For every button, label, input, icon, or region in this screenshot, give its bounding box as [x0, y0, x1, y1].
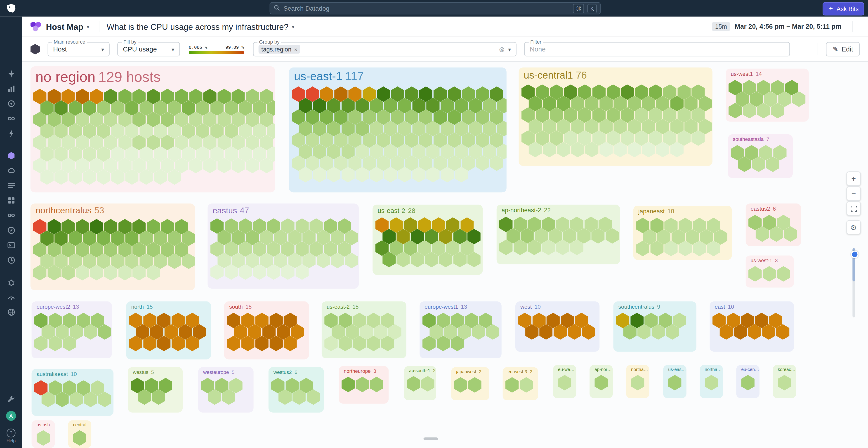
chevron-down-icon[interactable]: ▾: [292, 24, 294, 30]
host-hexagon[interactable]: [594, 375, 608, 390]
host-hexagon[interactable]: [421, 376, 434, 391]
host-hexagon[interactable]: [705, 375, 718, 390]
sidebar-item-containers[interactable]: [4, 179, 18, 194]
fit-to-screen-button[interactable]: [846, 201, 861, 216]
sidebar-item-error-tracking[interactable]: [4, 276, 18, 290]
host-group-eu-we[interactable]: eu-we…: [553, 365, 577, 398]
host-hexagon[interactable]: [763, 266, 776, 282]
host-hexagon[interactable]: [741, 375, 754, 390]
host-group-eastus[interactable]: eastus47: [208, 203, 359, 288]
sidebar-item-apm[interactable]: [4, 97, 18, 112]
sidebar-item-logs[interactable]: [4, 239, 18, 253]
main-resource-select[interactable]: Main resource Host ▾: [48, 42, 110, 57]
host-group-east[interactable]: east10: [710, 302, 794, 352]
host-group-northcentralus[interactable]: northcentralus53: [31, 203, 195, 290]
chip-remove-icon[interactable]: ×: [294, 46, 297, 52]
sidebar-item-synthetics[interactable]: [4, 306, 18, 320]
host-hexagon[interactable]: [668, 375, 682, 390]
host-group-northa-1[interactable]: northa…: [626, 365, 649, 398]
host-group-northeurope[interactable]: northeurope3: [339, 366, 389, 404]
sidebar-item-dashboards[interactable]: [4, 194, 18, 209]
group-by-input[interactable]: Group by tags.region × ⊗ ▾: [253, 42, 517, 57]
host-group-japanwest[interactable]: japanwest2: [451, 367, 489, 400]
host-hexagon[interactable]: [73, 430, 86, 446]
host-group-south[interactable]: south15: [224, 302, 309, 359]
global-search-input[interactable]: Search Datadog ⌘ K: [270, 2, 600, 14]
time-range-badge[interactable]: 15m: [712, 22, 730, 31]
zoom-slider[interactable]: [852, 248, 855, 317]
host-hexagon[interactable]: [520, 377, 533, 393]
edit-button[interactable]: ✎ Edit: [826, 42, 860, 57]
sidebar-item-events[interactable]: [4, 127, 18, 142]
host-group-europe-west1[interactable]: europe-west113: [420, 302, 501, 358]
host-hexagon[interactable]: [558, 375, 571, 390]
zoom-slider-thumb[interactable]: [850, 250, 858, 258]
host-group-ap-northeast-2[interactable]: ap-northeast-222: [497, 205, 620, 264]
host-group-northa-2[interactable]: northa…: [700, 365, 723, 398]
host-hexagon[interactable]: [407, 376, 420, 391]
host-group-australiaeast[interactable]: australiaeast10: [32, 369, 114, 416]
host-group-japaneast[interactable]: japaneast18: [633, 206, 732, 260]
sidebar-item-service-map[interactable]: [4, 224, 18, 238]
clear-icon[interactable]: ⊗: [499, 45, 505, 54]
host-group-southcentralus[interactable]: southcentralus9: [613, 302, 696, 352]
host-group-ap-nor[interactable]: ap-nor…: [590, 365, 613, 398]
sidebar-item-serverless[interactable]: [4, 164, 18, 179]
settings-wrench-icon[interactable]: [4, 391, 18, 406]
host-group-eastus2[interactable]: eastus26: [746, 203, 801, 246]
host-hexagon[interactable]: [356, 377, 369, 392]
host-group-ap-south-1[interactable]: ap-south-12: [404, 366, 436, 400]
sidebar-item-monitors[interactable]: [4, 254, 18, 268]
host-hexagon[interactable]: [468, 377, 482, 393]
ask-bits-button[interactable]: Ask Bits: [823, 2, 864, 15]
sidebar-item-watchdog[interactable]: [4, 68, 18, 82]
host-group-westeurope[interactable]: westeurope5: [198, 367, 254, 413]
host-group-southeastasia[interactable]: southeastasia7: [728, 134, 793, 178]
host-group-north[interactable]: north15: [126, 302, 211, 359]
sidebar-item-metrics[interactable]: [4, 82, 18, 97]
time-range-text[interactable]: Mar 20, 4:56 pm – Mar 20, 5:11 pm: [735, 23, 841, 30]
zoom-in-button[interactable]: +: [846, 171, 861, 186]
fill-by-select[interactable]: Fill by CPU usage ▾: [117, 42, 180, 57]
host-hexagon[interactable]: [777, 266, 790, 282]
hexagon-map-type-icon[interactable]: [31, 44, 40, 55]
host-group-us-west1[interactable]: us-west114: [726, 69, 809, 122]
host-group-westus2[interactable]: westus26: [269, 367, 324, 413]
sidebar-item-infrastructure[interactable]: [4, 149, 18, 164]
host-hexagon[interactable]: [37, 430, 50, 446]
map-settings-gear-icon[interactable]: ⚙: [846, 220, 861, 235]
host-group-us-east-1[interactable]: us-east-1117: [289, 68, 506, 193]
host-group-west[interactable]: west10: [515, 302, 599, 352]
host-hexagon[interactable]: [505, 377, 519, 393]
host-hexagon[interactable]: [370, 377, 383, 392]
host-hexagon[interactable]: [748, 266, 762, 282]
host-hexagon[interactable]: [778, 375, 791, 390]
chevron-down-icon[interactable]: ▾: [87, 24, 89, 30]
sidebar-item-ci-pipelines[interactable]: [4, 112, 18, 127]
host-group-us-ash[interactable]: us-ash…: [32, 420, 55, 448]
host-hexagon[interactable]: [342, 377, 355, 392]
host-group-us-eas[interactable]: us-eas…: [663, 365, 686, 398]
horizontal-scrollbar[interactable]: [423, 437, 438, 440]
host-group-europe-west2[interactable]: europe-west213: [32, 302, 112, 358]
host-group-koreac[interactable]: koreac…: [773, 365, 796, 398]
user-avatar[interactable]: A: [6, 411, 16, 421]
host-group-eu-west-3[interactable]: eu-west-32: [503, 367, 538, 400]
zoom-out-button[interactable]: −: [846, 186, 861, 201]
group-by-tag-chip[interactable]: tags.region ×: [258, 45, 300, 54]
sidebar-item-integrations[interactable]: [4, 209, 18, 223]
datadog-logo[interactable]: [0, 0, 22, 16]
host-hexagon[interactable]: [631, 375, 645, 390]
filter-input[interactable]: Filter None: [524, 42, 790, 57]
host-group-us-east-2-15[interactable]: us-east-215: [322, 302, 406, 358]
host-group-westus[interactable]: westus5: [128, 367, 183, 413]
saved-view-question[interactable]: What is the CPU usage across my infrastr…: [107, 22, 288, 31]
sidebar-item-rum[interactable]: [4, 291, 18, 305]
host-group-eu-cen[interactable]: eu-cen…: [736, 365, 760, 398]
host-group-us-east-2[interactable]: us-east-228: [373, 205, 483, 275]
host-group-us-central1[interactable]: us-central176: [519, 68, 712, 166]
host-group-central[interactable]: central…: [68, 420, 91, 448]
host-hexagon[interactable]: [454, 377, 467, 393]
host-group-us-west-1[interactable]: us-west-13: [746, 255, 794, 287]
help-button[interactable]: ? Help: [6, 428, 16, 444]
